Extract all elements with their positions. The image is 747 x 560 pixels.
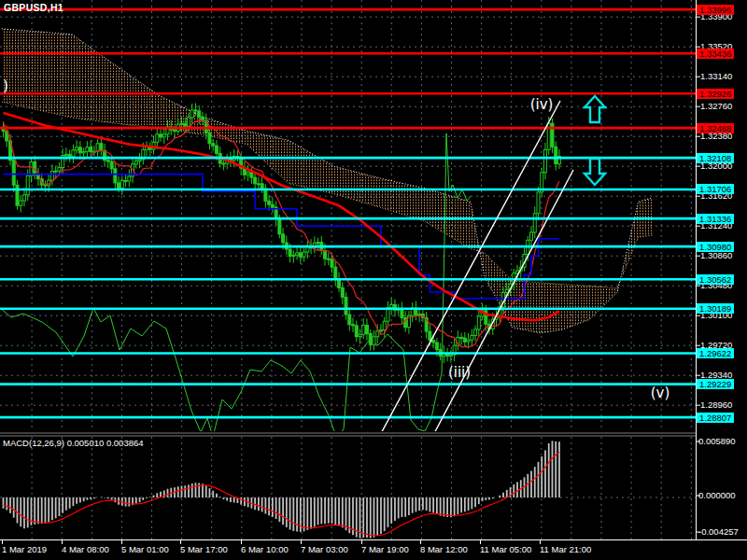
chart-canvas[interactable] bbox=[0, 0, 747, 560]
support-price-tag: 1.31336 bbox=[697, 214, 734, 224]
time-tick-label: 8 Mar 12:00 bbox=[420, 544, 468, 555]
support-price-tag: 1.30980 bbox=[697, 242, 734, 252]
macd-histogram bbox=[4, 441, 559, 538]
time-tick-label: 4 Mar 08:00 bbox=[62, 544, 109, 555]
chart-window: GBPUSD,H1 MACD(12,26,9) 0.005010 0.00386… bbox=[0, 0, 747, 560]
resistance-price-tag: 1.32926 bbox=[697, 89, 734, 99]
resistance-price-tag: 1.33436 bbox=[697, 49, 734, 59]
support-price-tag: 1.30562 bbox=[697, 274, 734, 285]
price-tick-label: 1.28960 bbox=[700, 399, 732, 411]
time-tick-label: 11 Mar 05:00 bbox=[480, 544, 531, 555]
macd-indicator-label: MACD(12,26,9) 0.005010 0.003864 bbox=[3, 438, 144, 448]
support-price-tag: 1.32108 bbox=[697, 153, 734, 163]
price-tick-label: 1.33140 bbox=[700, 71, 732, 82]
time-tick-label: 7 Mar 03:00 bbox=[301, 544, 348, 555]
macd-tick-label: 0.000000 bbox=[698, 490, 736, 501]
time-tick-label: 6 Mar 10:00 bbox=[241, 544, 289, 555]
down-arrow[interactable] bbox=[585, 159, 605, 185]
support-price-tag: 1.31706 bbox=[697, 184, 734, 194]
support-price-tag: 1.28807 bbox=[697, 413, 734, 423]
ichimoku-cloud bbox=[2, 29, 653, 333]
macd-tick-label: -0.004257 bbox=[698, 526, 739, 538]
macd-signal-line bbox=[4, 452, 559, 535]
green-indicator-line bbox=[0, 133, 471, 437]
macd-tick-label: 0.005890 bbox=[698, 436, 736, 447]
price-tick-label: 1.32760 bbox=[700, 101, 732, 112]
time-tick-label: 5 Mar 17:00 bbox=[180, 544, 228, 555]
price-tick-label: 1.30860 bbox=[700, 250, 732, 261]
time-tick-label: 5 Mar 01:00 bbox=[121, 544, 169, 555]
support-price-tag: 1.29229 bbox=[697, 379, 734, 389]
time-tick-label: 7 Mar 19:00 bbox=[361, 544, 409, 555]
wave-annotation: (v) bbox=[651, 385, 670, 401]
time-tick-label: 11 Mar 21:00 bbox=[540, 544, 591, 555]
support-price-tag: 1.30189 bbox=[697, 303, 734, 314]
symbol-timeframe-label: GBPUSD,H1 bbox=[4, 2, 63, 13]
wave-annotation: (iv) bbox=[530, 96, 554, 113]
time-tick-label: 1 Mar 2019 bbox=[2, 544, 47, 555]
wave-annotation: (iii) bbox=[448, 364, 471, 381]
support-price-tag: 1.29622 bbox=[697, 348, 734, 358]
resistance-price-tag: 1.32488 bbox=[697, 123, 734, 133]
wave-annotation: ) bbox=[3, 77, 8, 94]
resistance-price-tag: 1.33996 bbox=[697, 5, 734, 15]
up-arrow[interactable] bbox=[585, 96, 605, 122]
